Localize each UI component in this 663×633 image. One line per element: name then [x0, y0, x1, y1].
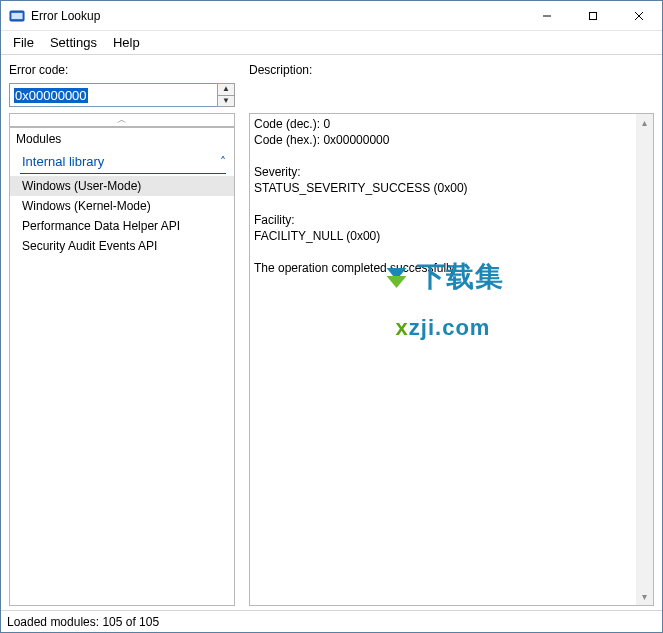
error-code-spinner: ▲ ▼ [217, 83, 235, 107]
code-hex-value: 0x00000000 [323, 133, 389, 147]
watermark-url: xzji.com [383, 320, 504, 336]
code-dec-label: Code (dec.): [254, 117, 323, 131]
description-text[interactable]: Code (dec.): 0 Code (hex.): 0x00000000 S… [250, 114, 636, 605]
module-item[interactable]: Performance Data Helper API [10, 216, 234, 236]
facility-label: Facility: [254, 213, 295, 227]
status-bar: Loaded modules: 105 of 105 [1, 610, 662, 632]
modules-title: Modules [10, 128, 234, 150]
chevron-up-icon: ˄ [220, 155, 226, 169]
error-code-input[interactable]: 0x00000000 [9, 83, 217, 107]
minimize-button[interactable] [524, 1, 570, 31]
svg-marker-7 [387, 276, 407, 288]
error-code-label: Error code: [9, 63, 235, 77]
modules-list: Windows (User-Mode) Windows (Kernel-Mode… [10, 176, 234, 605]
watermark: 下载集 xzji.com [383, 234, 504, 368]
spin-up-button[interactable]: ▲ [218, 84, 234, 95]
svg-rect-1 [12, 13, 23, 19]
scroll-up-icon[interactable]: ▴ [636, 114, 653, 131]
modules-panel: Modules Internal library ˄ Windows (User… [9, 127, 235, 606]
status-text: Loaded modules: 105 of 105 [7, 615, 159, 629]
spin-down-button[interactable]: ▼ [218, 95, 234, 107]
module-item[interactable]: Security Audit Events API [10, 236, 234, 256]
code-dec-value: 0 [323, 117, 330, 131]
chevron-up-icon: ︿ [117, 113, 127, 127]
menu-bar: File Settings Help [1, 31, 662, 55]
description-label: Description: [249, 63, 654, 77]
description-message: The operation completed successfully. [254, 261, 457, 275]
error-code-value: 0x00000000 [14, 88, 88, 103]
svg-rect-3 [590, 12, 597, 19]
app-icon [9, 8, 25, 24]
client-area: Error code: 0x00000000 ▲ ▼ Description: [1, 55, 662, 610]
title-bar[interactable]: Error Lookup [1, 1, 662, 31]
window-title: Error Lookup [31, 9, 524, 23]
close-button[interactable] [616, 1, 662, 31]
module-item[interactable]: Windows (Kernel-Mode) [10, 196, 234, 216]
menu-help[interactable]: Help [105, 31, 148, 54]
app-window: Error Lookup File Settings Help Error co… [0, 0, 663, 633]
menu-settings[interactable]: Settings [42, 31, 105, 54]
module-item[interactable]: Windows (User-Mode) [10, 176, 234, 196]
modules-collapse-handle[interactable]: ︿ [9, 113, 235, 127]
facility-value: FACILITY_NULL (0x00) [254, 229, 380, 243]
maximize-button[interactable] [570, 1, 616, 31]
menu-file[interactable]: File [5, 31, 42, 54]
modules-section-header[interactable]: Internal library ˄ [10, 150, 234, 173]
description-box: Code (dec.): 0 Code (hex.): 0x00000000 S… [249, 113, 654, 606]
description-scrollbar[interactable]: ▴ ▾ [636, 114, 653, 605]
scroll-down-icon[interactable]: ▾ [636, 588, 653, 605]
modules-section-name: Internal library [22, 154, 220, 169]
section-divider [20, 173, 226, 174]
severity-value: STATUS_SEVERITY_SUCCESS (0x00) [254, 181, 468, 195]
severity-label: Severity: [254, 165, 301, 179]
code-hex-label: Code (hex.): [254, 133, 323, 147]
